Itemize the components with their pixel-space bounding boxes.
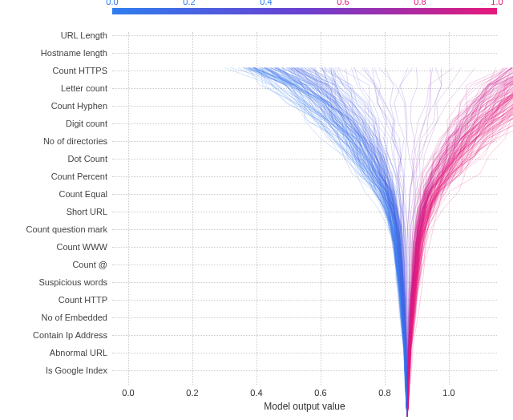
x-tick-label: 0.2 [186,388,198,398]
plot-area [112,32,497,385]
colorbar-tick: 0.0 [106,0,118,6]
colorbar-tick: 1.0 [491,0,503,6]
x-tick-label: 1.0 [442,388,454,398]
colorbar-tick: 0.6 [337,0,349,6]
feature-label: Abnormal URL [3,348,107,357]
feature-label: Suspicious words [3,277,107,287]
feature-label: Hostname length [3,48,107,58]
feature-label: Short URL [3,207,107,216]
colorbar [112,8,497,14]
feature-label: Contain Ip Address [3,330,107,340]
feature-label: Count Equal [3,189,107,199]
x-tick-label: 0.8 [378,388,390,398]
feature-label: Count Hyphen [3,101,107,111]
x-axis-label: Model output value [112,401,497,412]
shap-lines-svg [224,64,513,417]
x-tick-label: 0.0 [122,388,134,398]
feature-label: Dot Count [3,154,107,164]
feature-label: Count HTTP [3,295,107,305]
x-tick-label: 0.6 [314,388,326,398]
feature-label: Is Google Index [3,365,107,375]
feature-label: Count Percent [3,172,107,181]
colorbar-tick: 0.2 [183,0,195,6]
feature-label: Count @ [3,260,107,269]
feature-label: No of directories [3,136,107,146]
feature-label: Letter count [3,83,107,93]
feature-label: No of Embedded [3,313,107,322]
feature-label: URL Length [3,30,107,40]
x-tick-label: 0.4 [250,388,262,398]
feature-label: Digit count [3,119,107,128]
colorbar-tick: 0.4 [260,0,272,6]
feature-label: Count WWW [3,242,107,252]
colorbar-tick: 0.8 [414,0,426,6]
feature-label: Count HTTPS [3,66,107,75]
feature-label: Count question mark [3,224,107,234]
